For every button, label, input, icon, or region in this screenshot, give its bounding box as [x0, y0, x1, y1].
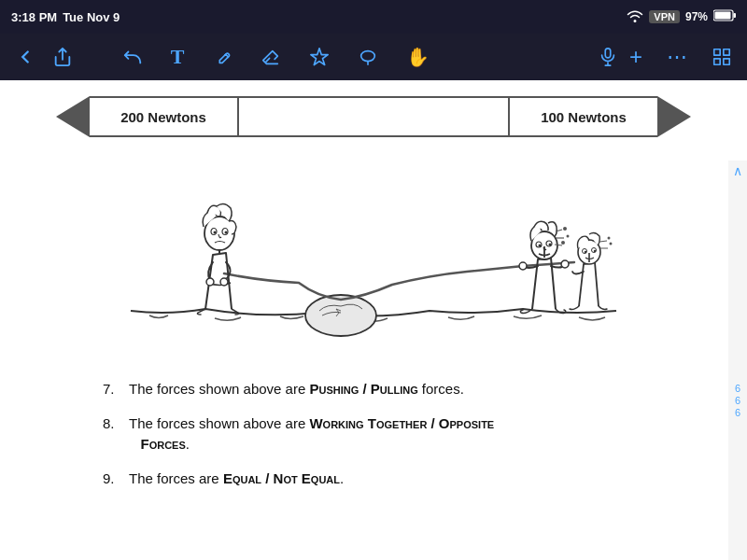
undo-button[interactable] — [117, 43, 148, 71]
question-8-text: The forces shown above are Working Toget… — [129, 413, 494, 455]
svg-point-9 — [305, 295, 376, 336]
scroll-num-3: 6 — [735, 407, 740, 418]
more-options-button[interactable]: ⋯ — [661, 41, 693, 73]
scroll-num-2: 6 — [735, 395, 740, 406]
svg-rect-7 — [714, 59, 720, 64]
question-8-highlight: Working Together / Opposite Forces — [129, 415, 494, 453]
svg-point-19 — [561, 260, 569, 268]
question-8-number: 8. — [103, 413, 129, 435]
question-9: 9. The forces are Equal / Not Equal. — [103, 469, 700, 490]
svg-rect-1 — [734, 13, 737, 18]
svg-point-10 — [206, 278, 214, 286]
svg-point-31 — [610, 243, 613, 245]
question-7: 7. The forces shown above are Pushing / … — [103, 379, 700, 400]
layout-button[interactable] — [706, 43, 738, 71]
arrow-container: 200 Newtons 100 Newtons — [56, 96, 691, 137]
arrow-center-connector — [239, 96, 508, 137]
toolbar-right: + ⋯ — [624, 40, 738, 74]
time-display: 3:18 PM — [11, 10, 57, 24]
svg-rect-8 — [724, 59, 729, 64]
toolbar-left — [9, 43, 78, 71]
force-arrows-diagram: 200 Newtons 100 Newtons — [47, 93, 700, 140]
svg-point-35 — [594, 250, 596, 252]
svg-rect-5 — [714, 49, 720, 55]
svg-point-18 — [519, 262, 527, 270]
hand-tool-button[interactable]: ✋ — [401, 42, 435, 72]
battery-icon — [713, 9, 736, 24]
svg-point-3 — [361, 51, 375, 62]
battery-display: 97% — [685, 10, 708, 23]
pen-tool-button[interactable] — [206, 43, 238, 71]
highlight-button[interactable] — [303, 43, 335, 71]
add-button[interactable]: + — [624, 40, 648, 74]
svg-point-23 — [561, 241, 565, 245]
left-force-label: 200 Newtons — [90, 96, 239, 137]
svg-point-17 — [225, 231, 228, 234]
microphone-button[interactable] — [592, 43, 624, 71]
svg-point-26 — [539, 245, 542, 247]
question-8: 8. The forces shown above are Working To… — [103, 413, 700, 455]
svg-rect-6 — [724, 49, 729, 55]
left-arrowhead — [56, 96, 90, 137]
right-force-arrow: 100 Newtons — [508, 96, 691, 137]
question-7-text: The forces shown above are Pushing / Pul… — [129, 379, 464, 400]
svg-point-21 — [563, 227, 567, 231]
share-button[interactable] — [47, 43, 78, 71]
question-9-number: 9. — [103, 469, 129, 490]
toolbar-center: T ✋ — [78, 41, 473, 73]
status-bar: 3:18 PM Tue Nov 9 VPN 97% — [0, 0, 747, 34]
scroll-page-indicator: 6 6 6 — [735, 383, 740, 418]
back-button[interactable] — [9, 43, 41, 71]
scrollbar: ∧ 6 6 6 ∨ — [728, 161, 747, 560]
main-content: 200 Newtons 100 Newtons — [0, 80, 747, 560]
svg-rect-4 — [605, 49, 611, 58]
scroll-num-1: 6 — [735, 383, 740, 394]
tug-of-war-svg — [75, 152, 672, 357]
svg-point-27 — [549, 244, 552, 246]
question-9-highlight: Equal / Not Equal — [223, 470, 340, 486]
svg-point-30 — [608, 237, 611, 240]
question-7-number: 7. — [103, 379, 129, 400]
svg-point-16 — [214, 231, 217, 234]
status-right: VPN 97% — [627, 9, 736, 25]
question-9-text: The forces are Equal / Not Equal. — [129, 469, 344, 490]
left-force-arrow: 200 Newtons — [56, 96, 239, 137]
wifi-icon — [627, 9, 643, 25]
toolbar: T ✋ + ⋯ — [0, 34, 747, 80]
right-arrowhead — [657, 96, 691, 137]
questions-section: 7. The forces shown above are Pushing / … — [47, 379, 700, 489]
tug-of-war-illustration — [65, 147, 682, 362]
date-display: Tue Nov 9 — [63, 10, 120, 24]
svg-rect-2 — [715, 12, 731, 20]
question-7-highlight: Pushing / Pulling — [309, 381, 417, 397]
vpn-label: VPN — [649, 10, 680, 23]
right-force-label: 100 Newtons — [508, 96, 657, 137]
lasso-button[interactable] — [352, 43, 384, 71]
svg-point-11 — [220, 278, 228, 286]
status-left: 3:18 PM Tue Nov 9 — [11, 10, 120, 24]
scroll-up-button[interactable]: ∧ — [733, 164, 742, 177]
svg-point-34 — [585, 251, 586, 253]
svg-point-22 — [567, 235, 570, 238]
text-tool-button[interactable]: T — [165, 41, 190, 73]
eraser-button[interactable] — [255, 43, 287, 71]
